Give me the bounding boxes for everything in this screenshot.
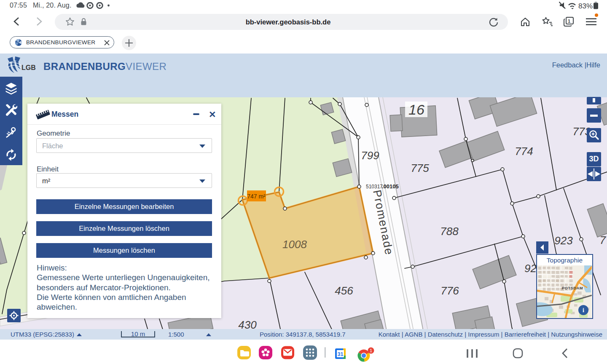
svg-text:i: i [583, 307, 584, 313]
svg-text:83%: 83% [578, 2, 593, 10]
svg-text:16: 16 [408, 102, 424, 118]
svg-text:1: 1 [568, 19, 570, 24]
svg-text:1: 1 [370, 348, 372, 353]
svg-text:POTSDAM: POTSDAM [562, 286, 583, 290]
svg-text:430: 430 [238, 318, 257, 329]
svg-text:456: 456 [335, 284, 353, 297]
svg-text:774: 774 [515, 145, 533, 158]
svg-text:776: 776 [440, 284, 459, 297]
svg-text:923: 923 [554, 234, 573, 247]
svg-text:775: 775 [411, 162, 429, 174]
svg-text:788: 788 [440, 225, 459, 238]
svg-text:747 m²: 747 m² [247, 193, 266, 200]
svg-text:1008: 1008 [282, 238, 307, 251]
svg-text:.00105: .00105 [382, 183, 399, 190]
svg-text:799: 799 [361, 149, 379, 162]
svg-text:510317: 510317 [366, 184, 383, 190]
svg-text:31: 31 [338, 351, 344, 357]
svg-text:77: 77 [600, 234, 607, 246]
